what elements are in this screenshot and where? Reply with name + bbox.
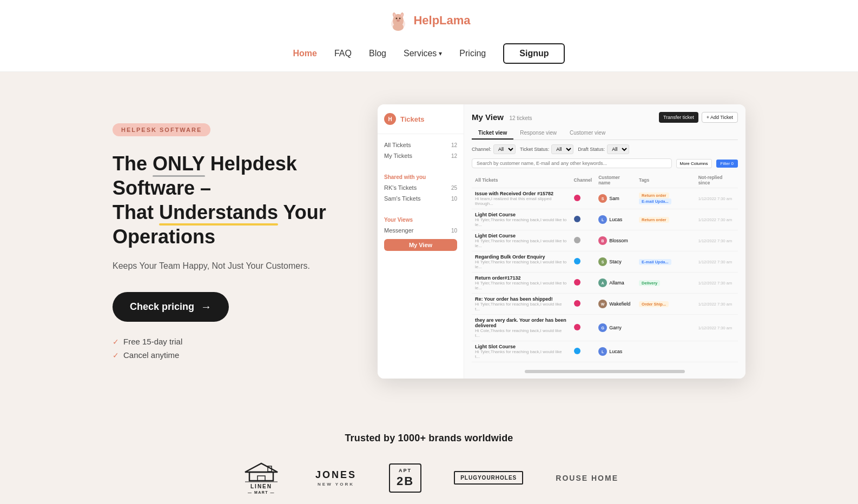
app-main-title: My View [472,112,504,122]
sidebar-item-sam-label: Sam's Tickets [384,195,421,202]
hero-left: HELPESK SOFTWARE The ONLY Helpdesk Softw… [113,123,345,360]
transfer-ticket-button[interactable]: Transfer ticket [659,112,698,123]
ticket-title: Light Slot Course [475,344,567,349]
channel-icon [574,279,580,286]
brand-rouse-home: ROUSE HOME [556,474,618,482]
svg-point-4 [399,18,401,19]
agent-avatar: L [598,215,607,224]
logo[interactable]: HelpLama [387,10,470,31]
agent-avatar: S [598,257,607,266]
agent-avatar: W [598,300,607,308]
ticket-search-input[interactable] [472,158,672,168]
ticket-timestamp: 1/12/2022 7:30 am [695,273,738,294]
sidebar-item-all-tickets[interactable]: All Tickets 12 [384,140,457,150]
ticket-status-select[interactable]: All [551,144,573,154]
ticket-timestamp: 1/12/2022 7:30 am [695,209,738,230]
table-scrollbar[interactable] [525,370,684,373]
tab-customer-view[interactable]: Customer view [563,127,612,140]
tab-response-view[interactable]: Response view [513,127,563,140]
ticket-tag: E-mail Upda... [639,259,671,265]
sidebar-item-rk-label: RK's Tickets [384,184,417,191]
channel-filter-select[interactable]: All [493,144,516,154]
ticket-preview: Hi Tyler,Thanks for reaching back,I woul… [475,238,567,248]
table-row[interactable]: Light Diet Course Hi Tyler,Thanks for re… [472,209,738,230]
sidebar-item-my-view-active[interactable]: My View [384,239,457,251]
channel-icon [574,324,580,330]
svg-marker-11 [245,463,278,472]
nav-pricing[interactable]: Pricing [459,49,486,58]
agent-avatar: A [598,278,607,287]
agent-name: Sam [609,196,619,201]
svg-point-10 [393,23,404,31]
filter-button[interactable]: Filter 0 [716,160,738,168]
ticket-title: they are very dark. Your order has been … [475,317,567,328]
sidebar-item-rk[interactable]: RK's Tickets 25 [384,182,457,193]
app-main-count: 12 tickets [509,115,532,121]
sidebar-shared-label: Shared with you [384,174,457,180]
chevron-down-icon: ▾ [439,50,442,57]
ticket-title: Light Diet Course [475,212,567,217]
agent-name: Allama [609,280,624,286]
check-pricing-button[interactable]: Check pricing → [113,292,229,322]
agent-name: Garry [609,325,622,330]
col-tags: Tags [636,173,695,188]
more-columns-button[interactable]: More Columns [676,159,712,168]
svg-point-5 [397,19,400,22]
table-row[interactable]: Light Slot Course Hi Tyler,Thanks for re… [472,341,738,362]
nav-services-label[interactable]: Services [404,49,437,58]
col-not-replied: Not-replied since [695,173,738,188]
navigation: Home FAQ Blog Services ▾ Pricing Signup [293,37,565,71]
linen-mart-icon [240,461,283,483]
table-row[interactable]: Issue with Received Order #15782 Hi team… [472,188,738,209]
sidebar-views-section: Your Views Messenger 10 My View [378,206,464,256]
signup-button[interactable]: Signup [503,43,565,64]
trusted-title: Trusted by 1000+ brands worldwide [345,433,513,444]
ticket-preview: Hi Tyler,Thanks for reaching back,I woul… [475,281,567,290]
ticket-tag: Return order [639,193,669,198]
app-main-header: My View 12 tickets Transfer ticket + Add… [472,112,738,123]
sidebar-item-messenger[interactable]: Messenger 10 [384,225,457,236]
brand-apt2b: APT 2B [389,463,421,493]
sidebar-title: Tickets [400,115,425,123]
table-row[interactable]: Regarding Bulk Order Enquiry Hi Tyler,Th… [472,251,738,273]
agent-name: Wakefield [609,301,630,307]
agent-avatar: L [598,347,607,356]
tab-ticket-view[interactable]: Ticket view [472,127,513,140]
add-ticket-button[interactable]: + Add Ticket [702,112,738,123]
nav-blog[interactable]: Blog [369,49,386,58]
sidebar-item-messenger-count: 10 [451,228,457,234]
nav-services[interactable]: Services ▾ [404,49,442,58]
draft-status-select[interactable]: All [607,144,629,154]
channel-icon [574,348,580,354]
logo-icon [387,10,409,31]
ticket-tag: Order Ship... [639,301,669,307]
agent-name: Lucas [609,217,622,222]
table-row[interactable]: Light Diet Course Hi Tyler,Thanks for re… [472,230,738,251]
ticket-timestamp: 1/12/2022 7:30 am [695,315,738,341]
table-row[interactable]: Re: Your order has been shipped! Hi Tyle… [472,294,738,315]
perk-cancel: ✓ Cancel anytime [113,350,345,360]
brand-plugyourholes: PLUGYOURHOLES [454,471,523,485]
channel-icon [574,300,580,307]
sidebar-avatar: H [384,113,396,125]
ticket-timestamp: 1/12/2022 7:30 am [695,251,738,273]
svg-rect-12 [249,472,273,481]
check-icon: ✓ [113,337,119,346]
app-mockup: H Tickets All Tickets 12 My Tickets 12 S… [378,104,745,379]
nav-home[interactable]: Home [293,49,317,58]
hero-subtitle: Keeps Your Team Happy, Not Just Your Cus… [113,260,345,273]
table-row[interactable]: Return order#17132 Hi Tyler,Thanks for r… [472,273,738,294]
channel-icon [574,195,580,201]
ticket-preview: Hi Cole,Thanks for reaching back,I would… [475,328,567,338]
nav-faq[interactable]: FAQ [334,49,352,58]
sidebar-header: H Tickets [378,113,464,134]
agent-name: Stacy [609,259,622,264]
draft-status-label: Draft Status: [578,147,605,152]
ticket-preview: Hi Tyler,Thanks for reaching back,I woul… [475,260,567,269]
sidebar-item-sam[interactable]: Sam's Tickets 10 [384,193,457,204]
sidebar-item-my-tickets[interactable]: My Tickets 12 [384,150,457,161]
channel-icon [574,216,580,222]
app-main-panel: My View 12 tickets Transfer ticket + Add… [464,104,745,379]
agent-avatar: G [598,323,607,332]
table-row[interactable]: they are very dark. Your order has been … [472,315,738,341]
